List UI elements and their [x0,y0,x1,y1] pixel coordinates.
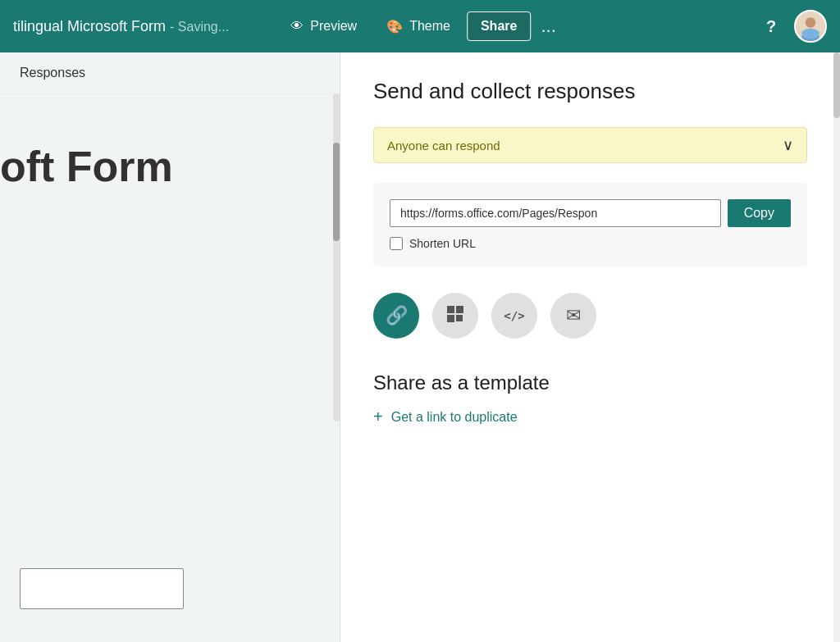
form-title: oft Form [0,143,320,190]
responses-tab[interactable]: Responses [0,52,340,94]
svg-point-1 [806,17,816,28]
header-right: ? [758,10,827,43]
email-icon: ✉ [566,305,581,326]
get-link-row[interactable]: + Get a link to duplicate [373,408,807,426]
more-options-icon: ... [541,16,555,36]
shorten-url-label: Shorten URL [409,237,476,250]
help-button[interactable]: ? [758,13,784,39]
app-title: tilingual Microsoft Form [13,18,166,34]
link-share-button[interactable]: 🔗 [373,293,419,339]
svg-rect-10 [457,316,459,317]
respond-dropdown-label: Anyone can respond [387,139,500,153]
theme-label: Theme [409,19,450,34]
link-icon: 🔗 [386,305,408,326]
share-button[interactable]: Share [467,11,531,41]
header: tilingual Microsoft Form - Saving... 👁 P… [0,0,840,52]
svg-rect-9 [450,317,452,320]
user-avatar[interactable] [794,10,827,43]
saving-status: - Saving... [170,20,229,34]
scrollbar-thumb[interactable] [333,143,340,241]
svg-rect-11 [460,316,462,317]
main-layout: Responses oft Form Send and collect resp… [0,52,840,642]
email-share-button[interactable]: ✉ [550,293,596,339]
embed-share-button[interactable]: </> [491,293,537,339]
avatar-image [796,11,825,41]
svg-rect-7 [450,308,452,311]
copy-button[interactable]: Copy [728,199,791,227]
more-options-button[interactable]: ... [534,12,562,40]
url-row: Copy [390,199,791,227]
scrollbar-track [333,93,340,421]
right-panel: Send and collect responses Anyone can re… [340,52,840,642]
form-title-area: oft Form [0,94,340,207]
theme-icon: 🎨 [386,19,403,34]
share-label: Share [481,19,517,34]
shorten-url-row: Shorten URL [390,237,791,250]
embed-icon: </> [504,309,524,322]
preview-icon: 👁 [290,19,304,34]
right-scrollbar [833,52,840,642]
svg-rect-13 [460,319,462,321]
plus-icon: + [373,408,383,426]
share-icons-row: 🔗 [373,293,807,339]
preview-button[interactable]: 👁 Preview [277,12,370,40]
qr-code-icon [445,304,465,328]
shorten-url-checkbox[interactable] [390,237,403,250]
template-section-title: Share as a template [373,371,807,394]
section-title: Send and collect responses [373,79,807,104]
chevron-down-icon: ∨ [783,136,793,154]
right-scrollbar-thumb[interactable] [833,52,840,118]
header-nav: 👁 Preview 🎨 Theme Share ... [277,11,563,41]
svg-rect-8 [459,308,461,311]
qr-code-share-button[interactable] [432,293,478,339]
respond-dropdown[interactable]: Anyone can respond ∨ [373,127,807,163]
left-panel: Responses oft Form [0,52,340,642]
url-input[interactable] [390,199,721,227]
form-input-preview [20,568,184,609]
svg-rect-12 [457,319,459,321]
theme-button[interactable]: 🎨 Theme [373,12,463,41]
responses-tab-label: Responses [20,66,85,80]
header-title-area: tilingual Microsoft Form - Saving... [13,18,229,35]
svg-point-3 [801,29,819,39]
preview-label: Preview [310,19,357,34]
help-icon: ? [766,17,776,36]
get-link-label: Get a link to duplicate [391,410,518,425]
url-section: Copy Shorten URL [373,183,807,266]
